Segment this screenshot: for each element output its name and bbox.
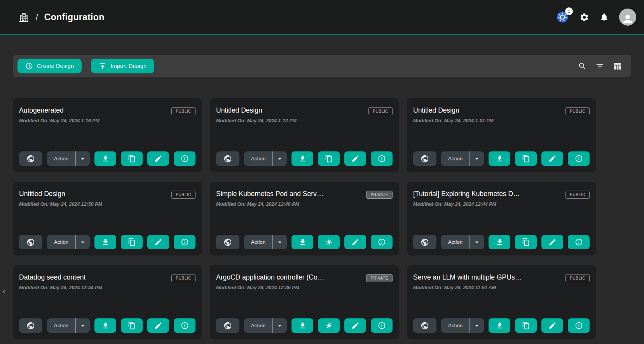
action-dropdown-toggle[interactable] [76, 235, 90, 249]
action-dropdown-toggle[interactable] [470, 318, 484, 333]
action-button-label[interactable]: Action [441, 318, 470, 333]
design-card: Untitled Design PUBLIC Modified On: May … [210, 98, 399, 172]
visibility-globe-button[interactable] [216, 151, 239, 166]
edit-design-button[interactable] [541, 318, 563, 333]
action-dropdown-toggle[interactable] [76, 318, 90, 333]
download-design-button[interactable] [489, 318, 510, 333]
action-button-label[interactable]: Action [47, 318, 76, 333]
design-card: ArgoCD application controller (Co… PRIVA… [210, 265, 399, 339]
settings-gear-icon[interactable] [579, 12, 589, 22]
action-button-label[interactable]: Action [47, 235, 76, 249]
design-info-button[interactable] [568, 151, 590, 166]
action-button-label[interactable]: Action [244, 151, 273, 166]
design-info-button[interactable] [371, 235, 393, 249]
design-info-button[interactable] [174, 318, 195, 333]
visibility-globe-button[interactable] [19, 318, 42, 333]
action-button-label[interactable]: Action [441, 151, 470, 166]
info-icon [575, 238, 583, 246]
organization-icon[interactable] [18, 11, 30, 23]
action-split-button[interactable]: Action [244, 151, 287, 166]
clone-design-button[interactable] [515, 318, 537, 333]
download-design-button[interactable] [489, 235, 510, 249]
card-action-row: Action [413, 318, 590, 333]
visibility-globe-button[interactable] [216, 318, 239, 333]
download-design-button[interactable] [489, 151, 510, 166]
clone-design-button[interactable] [318, 235, 340, 249]
visibility-globe-button[interactable] [216, 235, 239, 249]
action-button-label[interactable]: Action [244, 318, 273, 333]
import-design-button[interactable]: Import Design [91, 59, 154, 73]
action-split-button[interactable]: Action [441, 235, 484, 249]
design-info-button[interactable] [174, 235, 195, 249]
edit-design-button[interactable] [541, 151, 563, 166]
action-dropdown-toggle[interactable] [470, 151, 484, 166]
create-design-button[interactable]: Create Design [17, 59, 82, 73]
visibility-globe-button[interactable] [413, 318, 436, 333]
search-icon[interactable] [578, 62, 587, 71]
info-icon [575, 155, 583, 163]
edit-design-button[interactable] [541, 235, 563, 249]
navbar-actions: 1 [555, 9, 636, 26]
action-split-button[interactable]: Action [441, 151, 484, 166]
notifications-bell-icon[interactable] [599, 12, 609, 22]
action-dropdown-toggle[interactable] [76, 151, 90, 166]
filter-icon[interactable] [595, 62, 604, 71]
design-info-button[interactable] [568, 235, 590, 249]
globe-icon [223, 155, 232, 163]
caret-down-icon [79, 238, 87, 246]
visibility-globe-button[interactable] [413, 235, 436, 249]
person-icon [621, 12, 634, 26]
clone-design-button[interactable] [318, 318, 340, 333]
clone-design-button[interactable] [121, 318, 143, 333]
clone-design-button[interactable] [318, 151, 340, 166]
download-design-button[interactable] [94, 235, 116, 249]
design-info-button[interactable] [371, 151, 393, 166]
action-dropdown-toggle[interactable] [273, 235, 287, 249]
download-design-button[interactable] [94, 151, 116, 166]
clone-design-button[interactable] [121, 151, 143, 166]
visibility-globe-button[interactable] [19, 235, 42, 249]
design-grid: Autogenerated PUBLIC Modified On: May 24… [13, 98, 596, 339]
action-split-button[interactable]: Action [47, 235, 90, 249]
action-split-button[interactable]: Action [47, 318, 90, 333]
design-info-button[interactable] [174, 151, 195, 166]
visibility-globe-button[interactable] [413, 151, 436, 166]
edit-design-button[interactable] [344, 235, 366, 249]
edit-design-button[interactable] [147, 318, 169, 333]
action-dropdown-toggle[interactable] [273, 318, 287, 333]
edit-design-button[interactable] [344, 151, 366, 166]
action-split-button[interactable]: Action [244, 318, 287, 333]
card-header: Untitled Design PUBLIC [19, 190, 195, 199]
edit-design-button[interactable] [147, 235, 169, 249]
download-design-button[interactable] [291, 318, 313, 333]
action-split-button[interactable]: Action [244, 235, 287, 249]
clone-design-button[interactable] [515, 151, 537, 166]
download-design-button[interactable] [291, 151, 313, 166]
design-info-button[interactable] [568, 318, 590, 333]
action-button-label[interactable]: Action [441, 235, 470, 249]
download-icon [298, 238, 307, 246]
globe-icon [223, 238, 232, 247]
action-dropdown-toggle[interactable] [273, 151, 287, 166]
user-avatar[interactable] [619, 9, 636, 26]
action-button-label[interactable]: Action [47, 151, 76, 166]
edit-design-button[interactable] [344, 318, 366, 333]
clone-design-button[interactable] [515, 235, 537, 249]
card-header: Simple Kubernetes Pod and Serv… PRIVATE [216, 190, 393, 199]
clone-design-button[interactable] [121, 235, 143, 249]
design-card: Simple Kubernetes Pod and Serv… PRIVATE … [210, 182, 399, 255]
visibility-globe-button[interactable] [19, 151, 42, 166]
action-dropdown-toggle[interactable] [470, 235, 484, 249]
action-split-button[interactable]: Action [47, 151, 90, 166]
download-design-button[interactable] [94, 318, 116, 333]
download-design-button[interactable] [291, 235, 313, 249]
kubernetes-context-button[interactable]: 1 [555, 10, 569, 24]
sidebar-collapse-handle[interactable] [1, 287, 8, 297]
table-view-icon[interactable] [613, 62, 622, 71]
edit-design-button[interactable] [147, 151, 169, 166]
download-icon [298, 155, 307, 163]
design-info-button[interactable] [371, 318, 393, 333]
modified-on-text: Modified On: May 24, 2024 12:44 PM [413, 202, 590, 207]
action-button-label[interactable]: Action [244, 235, 273, 249]
action-split-button[interactable]: Action [441, 318, 484, 333]
